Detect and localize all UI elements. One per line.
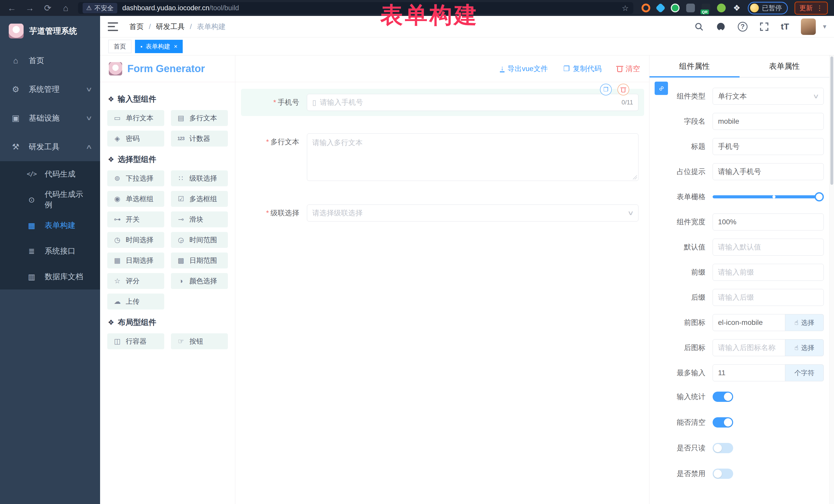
home-icon[interactable]: ⌂ [60,3,71,13]
cascader-select[interactable]: ∨ [307,204,638,221]
canvas-item-mobile[interactable]: ❐ *手机号 ▯ 0/11 [241,89,644,116]
forward-icon[interactable]: → [24,3,36,13]
extension-icon-qr[interactable]: QR [702,4,710,12]
char-counter: 0/11 [621,99,633,106]
clear-button[interactable]: 清空 [617,64,640,74]
sidebar-item-devtools[interactable]: ⚒ 研发工具 ∧ [0,132,100,161]
component-counter[interactable]: 123计数器 [171,131,228,147]
avatar-caret-icon[interactable]: ▾ [823,23,826,30]
mobile-input[interactable]: ▯ 0/11 [307,94,638,111]
fullscreen-icon[interactable] [759,22,769,31]
tab-form-props[interactable]: 表单属性 [740,56,830,77]
prefix-icon-input[interactable] [718,319,780,327]
breadcrumb-devtools[interactable]: 研发工具 [156,22,197,31]
placeholder-input[interactable] [718,168,818,176]
component-time-picker[interactable]: ◷时间选择 [107,232,164,248]
component-dropdown-select[interactable]: ⊚下拉选择 [107,170,164,186]
export-vue-button[interactable]: ↓ 导出vue文件 [500,64,548,74]
component-switch[interactable]: ⊶开关 [107,212,164,227]
user-avatar[interactable] [801,19,816,35]
delete-item-button[interactable] [617,84,629,95]
more-menu-icon[interactable]: ⋮ [816,4,823,12]
component-single-line-text[interactable]: ▭单行文本 [107,110,164,126]
paused-profile-pill[interactable]: 已暂停 [748,2,788,14]
title-input[interactable] [718,143,818,151]
extensions-puzzle-icon[interactable]: ❖ [732,4,741,12]
multiline-textarea[interactable] [307,133,638,181]
canvas-item-cascader[interactable]: *级联选择 ∨ [241,200,644,225]
input-stats-toggle[interactable] [712,392,733,402]
sidebar-item-infra[interactable]: ▣ 基础设施 ∨ [0,104,100,132]
extension-icon-plant[interactable] [717,4,726,12]
component-password[interactable]: ◈密码 [107,131,164,147]
duplicate-item-button[interactable]: ❐ [600,84,612,95]
component-multi-line-text[interactable]: ▤多行文本 [171,110,228,126]
sidebar-item-codegen-example[interactable]: ⊙ 代码生成示例 [0,187,100,213]
security-badge[interactable]: ⚠ 不安全 [83,3,117,13]
component-button[interactable]: ☞按钮 [171,333,228,349]
component-slider[interactable]: ⊸滑块 [171,212,228,227]
canvas-item-textarea[interactable]: *多行文本 [241,129,644,186]
choose-suffix-icon-button[interactable]: ☝ 选择 [785,339,824,356]
tab-component-props[interactable]: 组件属性 [650,56,740,77]
tag-form-builder[interactable]: ● 表单构建 × [135,40,183,53]
form-grid-slider[interactable] [712,195,820,198]
breadcrumb-home[interactable]: 首页 [129,22,156,31]
mobile-input-field[interactable] [320,98,618,107]
clearable-toggle[interactable] [712,417,733,428]
extension-icon-blue-gem[interactable] [655,3,666,13]
cascader-input-field[interactable] [312,209,625,217]
scrollbar-thumb[interactable] [830,57,833,185]
default-value-input[interactable] [718,243,818,251]
sidebar-item-home[interactable]: ⌂ 首页 [0,46,100,75]
sidebar-item-system-api[interactable]: ≣ 系统接口 [0,238,100,264]
resize-grip-icon[interactable] [633,175,637,179]
hamburger-icon[interactable] [108,22,118,31]
update-button[interactable]: 更新 ⋮ [794,2,828,15]
close-icon[interactable]: × [174,43,177,50]
choose-prefix-icon-button[interactable]: ☝ 选择 [785,314,824,331]
slider-handle[interactable] [814,192,824,201]
component-cascader[interactable]: ∷级联选择 [171,170,228,186]
component-type-select[interactable]: 单行文本 ∨ [712,88,824,105]
help-icon[interactable]: ? [738,22,748,31]
address-bar[interactable]: ⚠ 不安全 dashboard.yudao.iocoder.cn/tool/bu… [78,2,633,14]
readonly-toggle[interactable] [712,443,733,453]
reload-icon[interactable]: ⟳ [42,3,53,13]
sidebar-item-system[interactable]: ⚙ 系统管理 ∨ [0,75,100,104]
sidebar-submenu: </> 代码生成 ⊙ 代码生成示例 ▦ 表单构建 ≣ 系统接口 ▥ 数据库文档 [0,161,100,289]
sidebar-item-db-doc[interactable]: ▥ 数据库文档 [0,264,100,289]
component-rate[interactable]: ☆评分 [107,273,164,289]
copy-code-button[interactable]: ❐ 复制代码 [563,64,601,74]
extension-icon-orange[interactable] [641,4,650,12]
field-name-input[interactable] [718,117,818,126]
component-date-range[interactable]: ▩日期范围 [171,253,228,268]
tag-home[interactable]: 首页 [108,40,131,53]
sidebar-item-form-builder[interactable]: ▦ 表单构建 [0,213,100,238]
component-date-picker[interactable]: ▦日期选择 [107,253,164,268]
search-icon[interactable] [694,22,704,31]
bookmark-star-icon[interactable]: ☆ [622,4,629,13]
suffix-icon-input[interactable] [718,344,780,352]
max-input-field[interactable] [718,369,780,377]
font-size-icon[interactable]: tT [781,22,789,31]
width-input[interactable] [718,218,818,226]
drawer-link-handle[interactable]: ∞ [655,82,668,95]
disabled-toggle[interactable] [712,468,733,479]
component-time-range[interactable]: ◶时间范围 [171,232,228,248]
component-row-container[interactable]: ◫行容器 [107,333,164,349]
back-icon[interactable]: ← [6,3,18,13]
canvas-toolbar: ↓ 导出vue文件 ❐ 复制代码 清空 [235,56,649,82]
extension-icon-gray[interactable] [686,4,695,12]
suffix-input[interactable] [718,293,818,302]
component-color-picker[interactable]: ◑颜色选择 [171,273,228,289]
github-icon[interactable] [716,22,726,32]
component-upload[interactable]: ☁上传 [107,293,164,309]
sidebar-item-label: 首页 [29,56,44,66]
sidebar-item-codegen[interactable]: </> 代码生成 [0,161,100,187]
prefix-input[interactable] [718,268,818,277]
extension-icon-green[interactable] [671,4,680,12]
generator-logo [109,62,122,75]
component-checkbox-group[interactable]: ☑多选框组 [171,191,228,207]
component-radio-group[interactable]: ◉单选框组 [107,191,164,207]
